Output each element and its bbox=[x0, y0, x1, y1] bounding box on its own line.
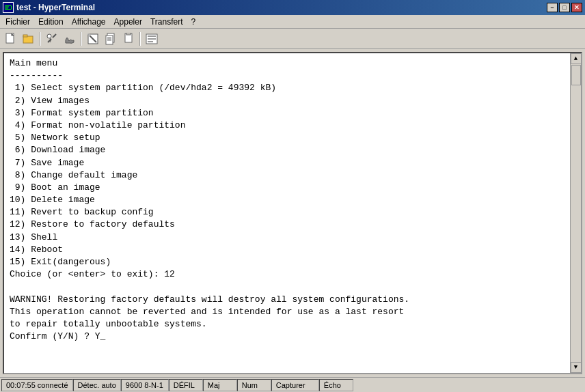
status-echo: Écho bbox=[319, 379, 353, 391]
separator-3 bbox=[139, 32, 141, 46]
dial-button[interactable] bbox=[62, 31, 78, 46]
terminal-area: Main menu ---------- 1) Select system pa… bbox=[3, 52, 582, 374]
terminal-content[interactable]: Main menu ---------- 1) Select system pa… bbox=[4, 53, 570, 373]
close-button[interactable]: ✕ bbox=[571, 3, 582, 12]
scroll-track bbox=[571, 64, 581, 362]
title-bar-left: test - HyperTerminal bbox=[3, 2, 95, 13]
window-title: test - HyperTerminal bbox=[16, 3, 95, 12]
scroll-thumb[interactable] bbox=[571, 65, 581, 85]
menu-affichage[interactable]: Affichage bbox=[68, 16, 110, 27]
properties-button[interactable] bbox=[144, 31, 160, 46]
status-scroll: DÉFIL bbox=[169, 379, 203, 391]
window-controls: – □ ✕ bbox=[547, 3, 582, 12]
title-bar: test - HyperTerminal – □ ✕ bbox=[0, 0, 585, 15]
svg-rect-21 bbox=[126, 33, 131, 35]
paste-button[interactable] bbox=[120, 31, 137, 46]
svg-point-11 bbox=[47, 34, 51, 38]
status-detect: Détec. auto bbox=[73, 379, 121, 391]
copy-button[interactable] bbox=[103, 31, 119, 46]
app-icon bbox=[3, 2, 14, 13]
menu-fichier[interactable]: Fichier bbox=[1, 16, 34, 27]
status-capture: Capturer bbox=[271, 379, 319, 391]
scrollbar: ▲ ▼ bbox=[570, 53, 581, 373]
menu-bar: Fichier Edition Affichage Appeler Transf… bbox=[0, 15, 585, 29]
status-bar: 00:07:55 connecté Détec. auto 9600 8-N-1… bbox=[0, 377, 585, 392]
scroll-down-button[interactable]: ▼ bbox=[571, 362, 582, 373]
menu-help[interactable]: ? bbox=[187, 16, 200, 27]
status-maj: Maj bbox=[203, 379, 237, 391]
stop-button[interactable] bbox=[85, 31, 101, 46]
svg-rect-24 bbox=[148, 38, 156, 40]
status-baud: 9600 8-N-1 bbox=[121, 379, 169, 391]
toolbar bbox=[0, 29, 585, 49]
separator-1 bbox=[40, 32, 41, 46]
menu-edition[interactable]: Edition bbox=[34, 16, 68, 27]
scroll-up-button[interactable]: ▲ bbox=[571, 53, 582, 64]
new-button[interactable] bbox=[3, 31, 19, 46]
status-num: Num bbox=[237, 379, 271, 391]
disconnect-button[interactable] bbox=[44, 31, 60, 46]
svg-rect-10 bbox=[23, 35, 27, 37]
separator-2 bbox=[81, 32, 82, 46]
minimize-button[interactable]: – bbox=[547, 3, 558, 12]
svg-rect-25 bbox=[148, 41, 153, 42]
status-time: 00:07:55 connecté bbox=[1, 379, 73, 391]
menu-transfert[interactable]: Transfert bbox=[146, 16, 187, 27]
window-frame: Main menu ---------- 1) Select system pa… bbox=[0, 49, 585, 377]
svg-rect-23 bbox=[148, 36, 156, 37]
menu-appeler[interactable]: Appeler bbox=[110, 16, 146, 27]
maximize-button[interactable]: □ bbox=[559, 3, 570, 12]
open-button[interactable] bbox=[21, 31, 37, 46]
